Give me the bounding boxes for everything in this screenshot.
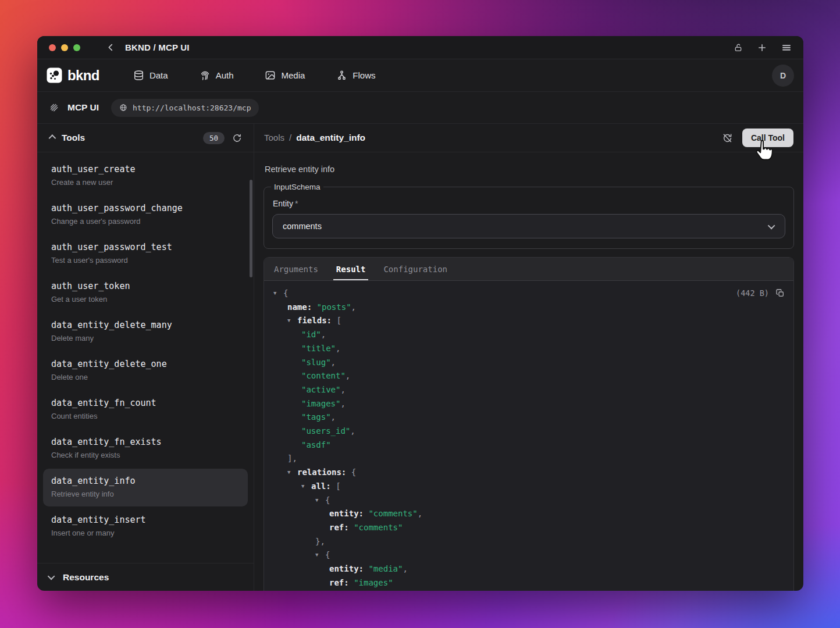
json-string: "media" — [364, 564, 403, 573]
new-tab-button[interactable] — [757, 42, 767, 53]
nav-item-label: Auth — [216, 70, 234, 80]
json-string: "tags" — [301, 412, 331, 422]
json-punct: , — [403, 564, 407, 573]
copy-result-button[interactable] — [775, 288, 785, 298]
tools-section-title: Tools — [62, 133, 85, 143]
result-tabs: Arguments Result Configuration — [264, 258, 793, 281]
nav-item-flows[interactable]: Flows — [336, 70, 375, 81]
json-punct: { — [325, 495, 330, 505]
sidebar-tool-item[interactable]: data_entity_insert Insert one or many — [43, 508, 248, 545]
tool-detail-body: Retrieve entity info InputSchema Entity*… — [254, 152, 803, 591]
tool-name: auth_user_token — [51, 281, 240, 291]
json-punct: , — [331, 358, 336, 367]
breadcrumb-separator: / — [289, 133, 291, 142]
tab-result[interactable]: Result — [336, 258, 366, 280]
sidebar-tool-item[interactable]: data_entity_info Retrieve entity info — [43, 469, 248, 506]
sidebar-tool-item[interactable]: auth_user_password_change Change a user'… — [43, 196, 248, 234]
mcp-page-title: MCP UI — [67, 102, 99, 113]
tool-name: auth_user_password_test — [51, 242, 240, 252]
json-key: ref: — [329, 523, 349, 532]
json-key: entity: — [329, 564, 364, 573]
json-line: ▼fields: [ — [273, 314, 784, 328]
json-line: ▼{ — [273, 548, 784, 562]
call-tool-button[interactable]: Call Tool — [742, 129, 793, 147]
collapse-arrow-icon[interactable]: ▼ — [315, 548, 325, 562]
json-line: "content", — [273, 369, 784, 383]
sidebar-scrollbar[interactable] — [250, 180, 252, 277]
json-string: "posts" — [312, 302, 351, 312]
nav-item-media[interactable]: Media — [265, 70, 305, 81]
nav-item-auth[interactable]: Auth — [200, 70, 234, 81]
auto-call-off-button[interactable] — [722, 133, 733, 144]
resources-section-header[interactable]: Resources — [37, 563, 254, 591]
sidebar-tool-item[interactable]: data_entity_fn_count Count entities — [43, 391, 248, 429]
collapse-arrow-icon[interactable]: ▼ — [315, 494, 325, 508]
brand-name: bknd — [67, 67, 99, 84]
tab-arguments[interactable]: Arguments — [274, 258, 318, 280]
window-title: BKND / MCP UI — [125, 42, 190, 52]
json-key: fields: — [297, 316, 332, 325]
json-string: "asdf" — [301, 440, 331, 449]
tool-name: data_entity_fn_exists — [51, 437, 240, 447]
collapse-arrow-icon[interactable]: ▼ — [287, 466, 297, 480]
json-line: "id", — [273, 328, 784, 342]
tools-count-badge: 50 — [203, 132, 225, 144]
refresh-tools-button[interactable] — [232, 133, 242, 143]
mcp-url-chip[interactable]: http://localhost:28623/mcp — [111, 99, 259, 117]
breadcrumb-current: data_entity_info — [296, 133, 365, 143]
tool-desc: Create a new user — [51, 178, 240, 187]
entity-select[interactable]: comments — [272, 214, 785, 238]
tool-desc: Change a user's password — [51, 217, 240, 226]
nav-item-label: Flows — [353, 70, 375, 80]
sidebar-tool-item[interactable]: auth_user_create Create a new user — [43, 157, 248, 195]
breadcrumb-root[interactable]: Tools — [264, 133, 284, 142]
close-window-button[interactable] — [49, 44, 56, 51]
json-key: name: — [287, 302, 312, 312]
json-key: all: — [311, 481, 331, 491]
json-line: "slug", — [273, 356, 784, 370]
back-button[interactable] — [106, 42, 116, 52]
globe-icon — [119, 104, 127, 112]
json-string: "images" — [301, 399, 340, 408]
json-line: "images", — [273, 397, 784, 411]
tab-configuration[interactable]: Configuration — [383, 258, 447, 280]
sidebar-tool-item[interactable]: data_entity_fn_exists Check if entity ex… — [43, 430, 248, 468]
minimize-window-button[interactable] — [61, 44, 68, 51]
tool-desc: Retrieve entity info — [51, 490, 240, 498]
json-string: "images" — [349, 578, 393, 587]
json-key: relations: — [297, 468, 346, 477]
json-punct: { — [346, 468, 356, 477]
refresh-icon — [232, 133, 242, 143]
tools-section-header[interactable]: Tools 50 — [37, 124, 254, 152]
tool-detail-panel: Tools / data_entity_info Call Tool — [254, 124, 803, 591]
collapse-arrow-icon[interactable]: ▼ — [301, 480, 311, 494]
sidebar-tool-item[interactable]: data_entity_delete_one Delete one — [43, 352, 248, 390]
brand-logo[interactable]: bknd — [47, 67, 99, 84]
zoom-window-button[interactable] — [73, 44, 80, 51]
tool-name: auth_user_create — [51, 164, 240, 174]
sidebar-tool-item[interactable]: auth_user_token Get a user token — [43, 274, 248, 312]
json-punct: , — [346, 371, 350, 380]
copy-icon — [775, 288, 785, 298]
menu-button[interactable] — [781, 42, 792, 53]
tool-description: Retrieve entity info — [265, 165, 793, 174]
lock-button[interactable] — [734, 43, 743, 52]
tool-desc: Insert one or many — [51, 529, 240, 537]
json-line: ▼relations: { — [273, 466, 784, 480]
json-punct: { — [325, 550, 330, 559]
json-line: ref: "comments" — [273, 521, 784, 535]
sidebar-tool-item[interactable]: data_entity_delete_many Delete many — [43, 313, 248, 351]
nav-item-data[interactable]: Data — [133, 70, 168, 81]
json-string: "id" — [301, 330, 321, 339]
tool-desc: Count entities — [51, 412, 240, 420]
collapse-arrow-icon[interactable]: ▼ — [273, 287, 283, 301]
refresh-off-icon — [722, 133, 733, 144]
app-window: BKND / MCP UI — [37, 36, 803, 591]
breadcrumb: Tools / data_entity_info — [264, 133, 365, 143]
json-line: ▼{ — [273, 494, 784, 508]
json-string: "content" — [301, 371, 346, 380]
sidebar-tool-item[interactable]: auth_user_password_test Test a user's pa… — [43, 235, 248, 273]
json-punct: , — [340, 385, 345, 394]
user-avatar[interactable]: D — [772, 65, 794, 87]
collapse-arrow-icon[interactable]: ▼ — [287, 314, 297, 328]
